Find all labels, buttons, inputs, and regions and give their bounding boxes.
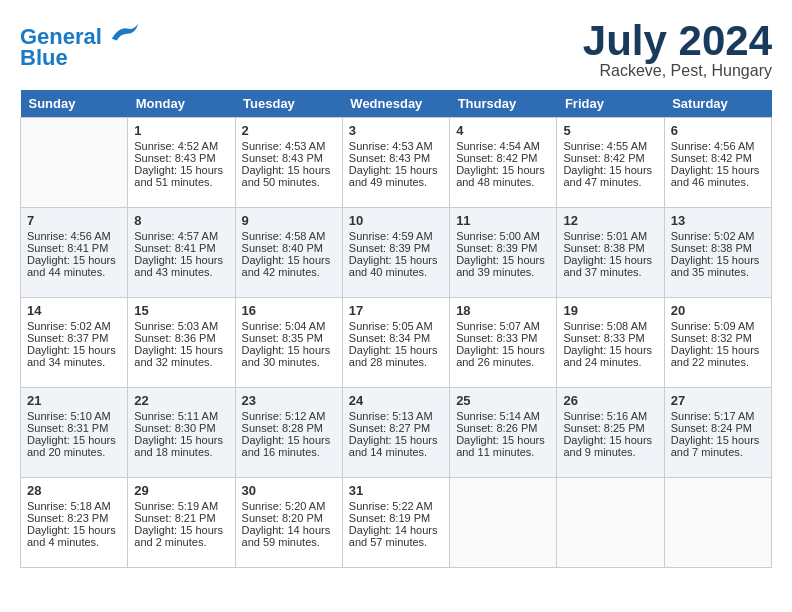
daylight-text: Daylight: 15 hours and 48 minutes.	[456, 164, 550, 188]
calendar-cell: 13Sunrise: 5:02 AMSunset: 8:38 PMDayligh…	[664, 208, 771, 298]
header-saturday: Saturday	[664, 90, 771, 118]
daylight-text: Daylight: 15 hours and 43 minutes.	[134, 254, 228, 278]
calendar-cell: 28Sunrise: 5:18 AMSunset: 8:23 PMDayligh…	[21, 478, 128, 568]
sunset-text: Sunset: 8:41 PM	[27, 242, 121, 254]
day-number: 16	[242, 303, 336, 318]
sunrise-text: Sunrise: 5:20 AM	[242, 500, 336, 512]
daylight-text: Daylight: 15 hours and 37 minutes.	[563, 254, 657, 278]
day-number: 11	[456, 213, 550, 228]
sunrise-text: Sunrise: 5:07 AM	[456, 320, 550, 332]
logo-bird-icon	[110, 20, 140, 44]
week-row-3: 14Sunrise: 5:02 AMSunset: 8:37 PMDayligh…	[21, 298, 772, 388]
day-number: 8	[134, 213, 228, 228]
daylight-text: Daylight: 15 hours and 14 minutes.	[349, 434, 443, 458]
day-number: 15	[134, 303, 228, 318]
daylight-text: Daylight: 15 hours and 4 minutes.	[27, 524, 121, 548]
day-number: 28	[27, 483, 121, 498]
daylight-text: Daylight: 15 hours and 24 minutes.	[563, 344, 657, 368]
calendar-cell: 14Sunrise: 5:02 AMSunset: 8:37 PMDayligh…	[21, 298, 128, 388]
sunrise-text: Sunrise: 5:16 AM	[563, 410, 657, 422]
calendar-cell	[450, 478, 557, 568]
day-number: 10	[349, 213, 443, 228]
calendar-cell: 23Sunrise: 5:12 AMSunset: 8:28 PMDayligh…	[235, 388, 342, 478]
calendar-cell: 19Sunrise: 5:08 AMSunset: 8:33 PMDayligh…	[557, 298, 664, 388]
sunrise-text: Sunrise: 5:09 AM	[671, 320, 765, 332]
sunset-text: Sunset: 8:35 PM	[242, 332, 336, 344]
sunset-text: Sunset: 8:33 PM	[456, 332, 550, 344]
week-row-2: 7Sunrise: 4:56 AMSunset: 8:41 PMDaylight…	[21, 208, 772, 298]
sunset-text: Sunset: 8:23 PM	[27, 512, 121, 524]
sunrise-text: Sunrise: 5:18 AM	[27, 500, 121, 512]
week-row-5: 28Sunrise: 5:18 AMSunset: 8:23 PMDayligh…	[21, 478, 772, 568]
day-number: 9	[242, 213, 336, 228]
calendar-cell: 11Sunrise: 5:00 AMSunset: 8:39 PMDayligh…	[450, 208, 557, 298]
calendar-cell: 17Sunrise: 5:05 AMSunset: 8:34 PMDayligh…	[342, 298, 449, 388]
sunset-text: Sunset: 8:19 PM	[349, 512, 443, 524]
sunset-text: Sunset: 8:42 PM	[671, 152, 765, 164]
calendar-cell: 5Sunrise: 4:55 AMSunset: 8:42 PMDaylight…	[557, 118, 664, 208]
sunrise-text: Sunrise: 5:02 AM	[27, 320, 121, 332]
daylight-text: Daylight: 15 hours and 47 minutes.	[563, 164, 657, 188]
calendar-cell: 2Sunrise: 4:53 AMSunset: 8:43 PMDaylight…	[235, 118, 342, 208]
header-friday: Friday	[557, 90, 664, 118]
sunset-text: Sunset: 8:43 PM	[242, 152, 336, 164]
daylight-text: Daylight: 15 hours and 18 minutes.	[134, 434, 228, 458]
daylight-text: Daylight: 15 hours and 49 minutes.	[349, 164, 443, 188]
day-number: 17	[349, 303, 443, 318]
calendar-cell: 26Sunrise: 5:16 AMSunset: 8:25 PMDayligh…	[557, 388, 664, 478]
calendar-cell: 3Sunrise: 4:53 AMSunset: 8:43 PMDaylight…	[342, 118, 449, 208]
calendar-cell: 1Sunrise: 4:52 AMSunset: 8:43 PMDaylight…	[128, 118, 235, 208]
header-sunday: Sunday	[21, 90, 128, 118]
calendar-cell: 10Sunrise: 4:59 AMSunset: 8:39 PMDayligh…	[342, 208, 449, 298]
sunset-text: Sunset: 8:36 PM	[134, 332, 228, 344]
daylight-text: Daylight: 15 hours and 20 minutes.	[27, 434, 121, 458]
day-number: 12	[563, 213, 657, 228]
day-number: 14	[27, 303, 121, 318]
daylight-text: Daylight: 15 hours and 39 minutes.	[456, 254, 550, 278]
day-number: 6	[671, 123, 765, 138]
daylight-text: Daylight: 15 hours and 35 minutes.	[671, 254, 765, 278]
sunrise-text: Sunrise: 4:58 AM	[242, 230, 336, 242]
sunset-text: Sunset: 8:25 PM	[563, 422, 657, 434]
day-number: 4	[456, 123, 550, 138]
page-header: General Blue July 2024 Rackeve, Pest, Hu…	[20, 20, 772, 80]
calendar-cell: 15Sunrise: 5:03 AMSunset: 8:36 PMDayligh…	[128, 298, 235, 388]
sunrise-text: Sunrise: 4:54 AM	[456, 140, 550, 152]
day-number: 18	[456, 303, 550, 318]
calendar-cell: 9Sunrise: 4:58 AMSunset: 8:40 PMDaylight…	[235, 208, 342, 298]
day-number: 5	[563, 123, 657, 138]
header-thursday: Thursday	[450, 90, 557, 118]
calendar-cell: 30Sunrise: 5:20 AMSunset: 8:20 PMDayligh…	[235, 478, 342, 568]
calendar-cell	[557, 478, 664, 568]
sunrise-text: Sunrise: 4:56 AM	[27, 230, 121, 242]
calendar-cell: 6Sunrise: 4:56 AMSunset: 8:42 PMDaylight…	[664, 118, 771, 208]
sunrise-text: Sunrise: 5:02 AM	[671, 230, 765, 242]
sunset-text: Sunset: 8:38 PM	[563, 242, 657, 254]
sunrise-text: Sunrise: 5:22 AM	[349, 500, 443, 512]
sunset-text: Sunset: 8:27 PM	[349, 422, 443, 434]
header-monday: Monday	[128, 90, 235, 118]
calendar-cell: 4Sunrise: 4:54 AMSunset: 8:42 PMDaylight…	[450, 118, 557, 208]
sunrise-text: Sunrise: 5:11 AM	[134, 410, 228, 422]
daylight-text: Daylight: 15 hours and 50 minutes.	[242, 164, 336, 188]
sunrise-text: Sunrise: 4:56 AM	[671, 140, 765, 152]
sunrise-text: Sunrise: 5:05 AM	[349, 320, 443, 332]
daylight-text: Daylight: 15 hours and 44 minutes.	[27, 254, 121, 278]
calendar-cell: 18Sunrise: 5:07 AMSunset: 8:33 PMDayligh…	[450, 298, 557, 388]
daylight-text: Daylight: 15 hours and 51 minutes.	[134, 164, 228, 188]
calendar-cell: 24Sunrise: 5:13 AMSunset: 8:27 PMDayligh…	[342, 388, 449, 478]
calendar-table: SundayMondayTuesdayWednesdayThursdayFrid…	[20, 90, 772, 568]
sunrise-text: Sunrise: 5:03 AM	[134, 320, 228, 332]
day-number: 20	[671, 303, 765, 318]
daylight-text: Daylight: 15 hours and 28 minutes.	[349, 344, 443, 368]
sunset-text: Sunset: 8:31 PM	[27, 422, 121, 434]
title-block: July 2024 Rackeve, Pest, Hungary	[583, 20, 772, 80]
sunset-text: Sunset: 8:26 PM	[456, 422, 550, 434]
sunset-text: Sunset: 8:32 PM	[671, 332, 765, 344]
sunrise-text: Sunrise: 4:53 AM	[349, 140, 443, 152]
calendar-cell	[664, 478, 771, 568]
day-number: 7	[27, 213, 121, 228]
sunset-text: Sunset: 8:41 PM	[134, 242, 228, 254]
daylight-text: Daylight: 15 hours and 9 minutes.	[563, 434, 657, 458]
sunrise-text: Sunrise: 4:57 AM	[134, 230, 228, 242]
